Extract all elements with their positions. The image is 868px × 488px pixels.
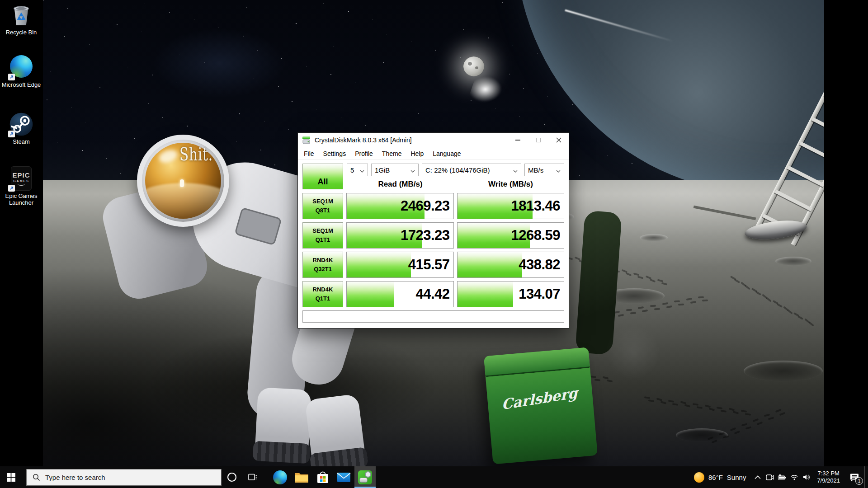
footprint-track <box>702 300 708 301</box>
desktop-icon-epic-games[interactable]: EPIC GAMES Epic Games Launcher <box>1 166 42 206</box>
test-size-dropdown[interactable]: 1GiB <box>371 164 419 176</box>
unit-dropdown[interactable]: MB/s <box>524 164 564 176</box>
footprint-track <box>618 314 624 317</box>
taskbar-app-edge[interactable] <box>269 466 291 488</box>
star <box>386 34 387 34</box>
star <box>460 57 461 58</box>
test-label-button[interactable]: SEQ1MQ8T1 <box>302 193 343 219</box>
star <box>50 71 51 71</box>
meet-now-button[interactable] <box>764 466 776 488</box>
battery-button[interactable] <box>776 466 788 488</box>
footprint-track <box>787 309 793 314</box>
task-view-icon <box>248 473 257 481</box>
menu-profile[interactable]: Profile <box>350 150 377 157</box>
volume-button[interactable] <box>800 466 812 488</box>
footprint-track <box>745 426 752 429</box>
star <box>124 95 124 95</box>
shortcut-arrow-icon <box>8 74 15 80</box>
result-row-seq1m-q1t1: SEQ1MQ1T1 1723.23 1268.59 <box>302 222 564 249</box>
minimize-button[interactable] <box>508 133 528 147</box>
test-count-dropdown[interactable]: 5 <box>347 164 368 176</box>
star <box>323 3 324 4</box>
test-label-button[interactable]: SEQ1MQ1T1 <box>302 222 343 249</box>
task-view-button[interactable] <box>242 466 263 488</box>
star <box>393 105 394 105</box>
maximize-button[interactable] <box>528 133 548 147</box>
footprint-track <box>649 279 656 283</box>
star <box>316 109 317 109</box>
star <box>145 4 145 4</box>
clock-widget[interactable]: 7:32 PM 7/9/2021 <box>812 470 844 484</box>
write-result-cell: 1813.46 <box>457 193 565 219</box>
hidden-icons-button[interactable] <box>751 466 764 488</box>
file-explorer-icon <box>294 471 309 483</box>
test-label-button[interactable]: RND4KQ32T1 <box>302 252 343 278</box>
star <box>89 44 90 45</box>
menu-settings[interactable]: Settings <box>319 150 351 157</box>
star <box>446 93 446 93</box>
star <box>260 150 261 150</box>
start-button[interactable] <box>0 466 22 488</box>
desktop-icon-microsoft-edge[interactable]: Microsoft Edge <box>1 54 42 88</box>
sunny-weather-icon <box>694 472 704 483</box>
star <box>425 7 425 7</box>
cortana-button[interactable] <box>222 466 242 488</box>
crater <box>640 234 668 241</box>
taskbar-app-microsoft-store[interactable] <box>312 466 333 488</box>
write-result-cell: 438.82 <box>457 252 565 278</box>
star <box>187 126 188 127</box>
close-button[interactable] <box>548 133 569 147</box>
icon-label: Steam <box>1 138 42 145</box>
star <box>292 101 292 102</box>
footprint-track <box>661 282 667 285</box>
footprint-track <box>657 279 663 282</box>
star <box>408 70 408 70</box>
star <box>607 155 608 155</box>
battery-charging-icon <box>778 474 787 480</box>
menu-theme[interactable]: Theme <box>377 150 406 157</box>
star <box>243 36 244 37</box>
footprint-track <box>644 396 650 399</box>
star <box>330 74 331 75</box>
desktop-icon-steam[interactable]: Steam <box>1 112 42 145</box>
desktop-icon-recycle-bin[interactable]: Recycle Bin <box>1 3 42 36</box>
weather-widget[interactable]: 86°F Sunny <box>689 472 751 483</box>
wallpaper-caption: Shit. <box>179 144 213 164</box>
action-center-button[interactable]: 1 <box>844 466 864 488</box>
footprint-track <box>648 399 654 402</box>
nebula <box>124 14 314 113</box>
search-input[interactable]: Type here to search <box>26 469 222 486</box>
star <box>572 104 573 105</box>
taskbar-app-mail[interactable] <box>333 466 354 488</box>
star <box>547 96 548 97</box>
star <box>411 42 411 42</box>
crystaldiskmark-icon <box>358 470 372 484</box>
footprint-track <box>672 403 678 406</box>
speaker-icon <box>802 474 811 481</box>
star <box>467 129 467 129</box>
footprint-track <box>698 296 704 298</box>
menu-file[interactable]: File <box>299 150 319 157</box>
star <box>106 158 107 159</box>
footprint-track <box>660 401 666 404</box>
menu-help[interactable]: Help <box>406 150 428 157</box>
taskbar-app-crystaldiskmark[interactable] <box>354 466 376 488</box>
star <box>359 54 359 54</box>
beer-cooler: Carlsberg <box>484 347 598 464</box>
taskbar-app-file-explorer[interactable] <box>291 466 312 488</box>
chevron-down-icon <box>510 166 518 174</box>
star <box>264 122 264 122</box>
title-bar[interactable]: CrystalDiskMark 8.0.3 x64 [Admin] <box>298 133 569 147</box>
network-button[interactable] <box>788 466 800 488</box>
star <box>148 103 149 103</box>
show-desktop-button[interactable] <box>864 466 868 488</box>
weather-temperature: 86°F <box>708 474 723 481</box>
star <box>166 40 166 40</box>
test-label-button[interactable]: RND4KQ1T1 <box>302 281 343 307</box>
footprint-track <box>733 411 739 414</box>
footprint-track <box>662 302 668 305</box>
icon-label: Recycle Bin <box>1 29 42 36</box>
drive-dropdown[interactable]: C: 22% (104/476GiB) <box>422 164 521 176</box>
run-all-button[interactable]: All <box>302 164 343 189</box>
menu-language[interactable]: Language <box>428 150 465 157</box>
